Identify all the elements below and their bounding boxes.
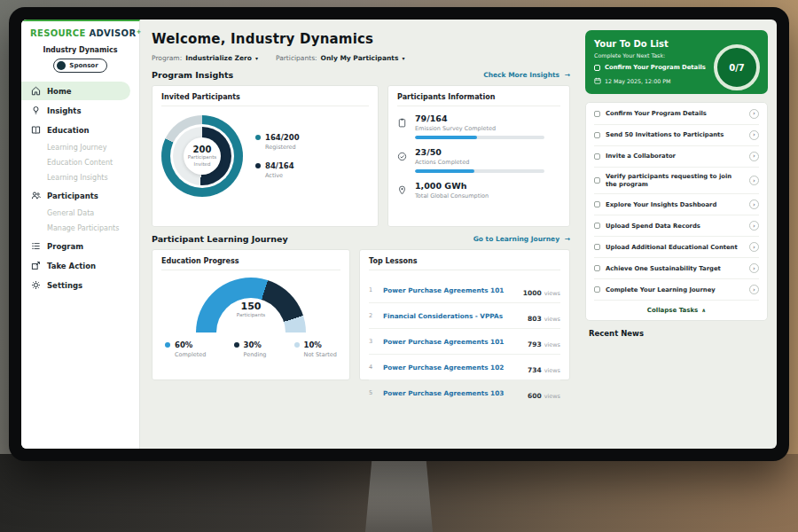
task-checkbox[interactable] (594, 153, 600, 160)
lesson-row: 5 Power Purchase Agreements 103 600views (369, 380, 560, 405)
stat-actions-completed: 23/50 Actions Completed (397, 147, 560, 173)
sidebar-item-education-content[interactable]: Education Content (21, 155, 139, 170)
invited-donut-chart: 200 Participants Invited (161, 115, 243, 197)
lesson-views: 793 (528, 340, 542, 348)
gauge-center-value: 150 (196, 301, 306, 312)
task-label: Achieve One Sustainability Target (606, 265, 744, 273)
people-icon (30, 191, 41, 200)
section-title: Participant Learning Journey (152, 234, 288, 244)
program-insights-row: Invited Participants 200 Participants In… (152, 85, 570, 227)
legend-label: Pending (244, 351, 267, 358)
lesson-views-label: views (544, 316, 560, 323)
sidebar-item-label: Participants (47, 192, 98, 200)
legend-item: 60% Completed (165, 340, 206, 358)
chevron-down-icon: ▾ (402, 55, 404, 61)
lesson-rank: 3 (369, 338, 376, 345)
task-checkbox[interactable] (594, 244, 600, 250)
task-checkbox[interactable] (594, 132, 600, 138)
sidebar-item-participants[interactable]: Participants (21, 186, 139, 205)
donut-legend: 164/200 Registered 84/164 Active (255, 133, 300, 179)
program-label: Program: (152, 54, 182, 62)
task-checkbox[interactable] (594, 111, 600, 117)
chevron-right-icon[interactable]: › (749, 109, 759, 119)
lesson-link[interactable]: Power Purchase Agreements 103 (383, 389, 520, 397)
chevron-right-icon[interactable]: › (749, 221, 759, 231)
todo-next-label: Confirm Your Program Details (605, 64, 706, 72)
sidebar-item-settings[interactable]: Settings (21, 276, 139, 294)
task-row[interactable]: Send 50 Invitations to Participants › (594, 125, 759, 146)
task-label: Confirm Your Program Details (606, 110, 744, 118)
stat-emission-survey: 79/164 Emission Survey Completed (397, 113, 560, 139)
task-label: Verify participants requesting to join t… (606, 173, 744, 189)
legend-value: 10% (304, 340, 322, 349)
participants-value: Only My Participants (321, 54, 399, 62)
sidebar-item-general-data[interactable]: General Data (21, 206, 139, 221)
scene-background: RESOURCE ADVISOR+ Industry Dynamics Spon… (0, 0, 798, 532)
task-checkbox[interactable] (594, 265, 600, 271)
program-select[interactable]: Program: Industrialize Zero ▾ (152, 54, 258, 62)
chevron-up-icon: ∧ (701, 307, 706, 313)
stat-global-consumption: 1,000 GWh Total Global Consumption (397, 181, 560, 200)
collapse-label: Collapse Tasks (647, 307, 698, 314)
sidebar-item-education[interactable]: Education (21, 121, 139, 139)
logo-secondary: ADVISOR (89, 28, 136, 38)
sidebar-item-program[interactable]: Program (21, 237, 139, 255)
task-row[interactable]: Invite a Collaborator › (594, 146, 759, 168)
task-row[interactable]: Complete Your Learning Journey › (594, 279, 759, 301)
sidebar-item-take-action[interactable]: Take Action (21, 256, 139, 275)
sidebar-item-label: Insights (47, 106, 81, 115)
sidebar-item-manage-participants[interactable]: Manage Participants (21, 221, 139, 236)
go-to-learning-journey-link[interactable]: Go to Learning Journey → (473, 235, 570, 243)
clipboard-icon (397, 113, 408, 139)
task-row[interactable]: Verify participants requesting to join t… (594, 168, 759, 195)
sponsor-label: Sponsor (69, 62, 98, 69)
todo-title: Your To Do List (594, 39, 706, 49)
sidebar-item-label: Settings (47, 281, 82, 290)
gauge-center-label: Participants (196, 312, 306, 317)
todo-next-checkbox[interactable] (594, 65, 600, 71)
sidebar-item-insights[interactable]: Insights (21, 101, 139, 120)
legend-item: 30% Pending (234, 340, 267, 358)
sidebar-item-learning-insights[interactable]: Learning Insights (21, 170, 139, 185)
task-row[interactable]: Confirm Your Program Details › (594, 104, 759, 125)
todo-due-text: 12 May 2025, 12:00 PM (605, 78, 670, 84)
chevron-right-icon[interactable]: › (749, 242, 759, 252)
chevron-right-icon[interactable]: › (749, 176, 759, 185)
chevron-right-icon[interactable]: › (749, 130, 759, 140)
task-checkbox[interactable] (594, 223, 600, 229)
lesson-link[interactable]: Power Purchase Agreements 101 (383, 286, 516, 294)
sidebar-item-label: Home (47, 87, 72, 96)
lesson-row: 3 Power Purchase Agreements 101 793views (369, 329, 560, 355)
legend-label: Completed (175, 351, 206, 358)
legend-label: Active (265, 172, 300, 179)
sponsor-icon (57, 61, 66, 70)
task-checkbox[interactable] (594, 177, 600, 184)
task-row[interactable]: Upload Spend Data Records › (594, 215, 759, 237)
gear-icon (30, 280, 41, 290)
task-row[interactable]: Achieve One Sustainability Target › (594, 258, 759, 279)
task-row[interactable]: Explore Your Insights Dashboard › (594, 194, 759, 215)
chevron-right-icon[interactable]: › (749, 285, 759, 294)
chevron-right-icon[interactable]: › (749, 263, 759, 273)
stat-label: Total Global Consumption (415, 192, 489, 200)
chevron-right-icon[interactable]: › (749, 152, 759, 161)
lesson-row: 4 Power Purchase Agreements 102 734views (369, 355, 560, 380)
todo-next-task[interactable]: Confirm Your Program Details (594, 64, 706, 72)
check-more-insights-link[interactable]: Check More Insights → (483, 71, 570, 79)
collapse-tasks-link[interactable]: Collapse Tasks∧ (594, 301, 759, 319)
lesson-link[interactable]: Financial Considerations - VPPAs (383, 312, 520, 320)
task-label: Upload Additional Educational Content (606, 244, 744, 252)
sidebar-item-home[interactable]: Home (21, 82, 130, 100)
task-checkbox[interactable] (594, 201, 600, 207)
task-row[interactable]: Upload Additional Educational Content › (594, 237, 759, 258)
donut-center-value: 200 (193, 145, 212, 154)
task-checkbox[interactable] (594, 286, 600, 293)
chevron-right-icon[interactable]: › (749, 200, 759, 209)
list-icon (30, 241, 41, 251)
lesson-link[interactable]: Power Purchase Agreements 101 (383, 338, 520, 346)
sidebar-item-learning-journey[interactable]: Learning Journey (21, 140, 139, 155)
lesson-link[interactable]: Power Purchase Agreements 102 (383, 364, 520, 372)
participants-select[interactable]: Participants: Only My Participants ▾ (276, 54, 404, 62)
sponsor-badge[interactable]: Sponsor (53, 59, 106, 73)
card-title: Education Progress (161, 257, 340, 270)
